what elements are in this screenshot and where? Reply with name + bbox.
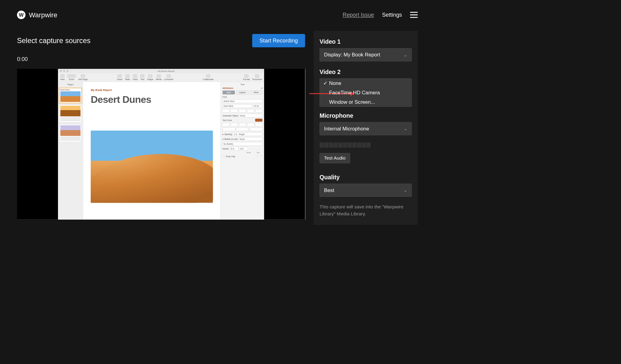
chevron-down-icon: ▾: [261, 87, 263, 89]
save-destination-note: This capture will save into the "Warpwir…: [320, 203, 412, 217]
insp-tab-layout: Layout: [236, 90, 249, 94]
quality-label: Quality: [320, 174, 412, 180]
insp-charstyles-value: None: [239, 114, 262, 117]
inspector-attribution: Attribution: [222, 87, 233, 89]
format-inspector: Text Attribution ▾ Style Layout More Fon…: [221, 82, 264, 220]
start-recording-button[interactable]: Start Recording: [252, 34, 305, 47]
chevron-down-icon: ⌄: [404, 188, 407, 193]
insp-spacing-label: Spacing: [224, 133, 232, 135]
brand-name: Warpwire: [29, 11, 57, 19]
insp-font-size: 22 pt: [253, 104, 263, 108]
doc-title: Desert Dunes: [91, 94, 213, 105]
insp-tab-style: Style: [222, 90, 235, 94]
sidebar-label: Pages: [59, 83, 81, 86]
inspector-title: Text: [222, 83, 263, 86]
quality-value: Best: [324, 187, 334, 193]
doc-hero-image: [91, 131, 213, 203]
microphone-value: Internal Microphone: [324, 126, 369, 132]
video2-option-window[interactable]: Window or Screen...: [320, 97, 412, 107]
video2-option-none[interactable]: None: [320, 79, 412, 88]
brand-logo-mark: W: [17, 11, 25, 19]
window-minimize-icon: [63, 70, 65, 72]
tool-view: View: [60, 78, 65, 81]
capture-settings-panel: Video 1 Display: My Book Report ⌄ Video …: [314, 31, 418, 225]
insp-font-weight: Demi Bold: [222, 104, 252, 108]
insp-charstyles-label: Character Styles: [222, 114, 238, 117]
tool-collaborate: Collaborate: [203, 78, 214, 81]
video2-options[interactable]: None FaceTime HD Camera Window or Screen…: [320, 78, 412, 107]
insp-bullets-value: None: [239, 137, 263, 141]
tool-shape: Shape: [147, 78, 153, 81]
video2-option-facetime[interactable]: FaceTime HD Camera: [320, 88, 412, 97]
microphone-label: Microphone: [320, 112, 412, 119]
tool-add-page: Add Page: [78, 78, 88, 81]
insp-indent-label: Indent:: [222, 148, 229, 150]
video1-value: Display: My Book Report: [324, 52, 380, 58]
quality-dropdown[interactable]: Best ⌄: [320, 184, 412, 197]
insp-dropcap-style: [256, 156, 263, 157]
page-thumb-3: [59, 124, 81, 142]
doc-kicker: My Book Report: [91, 88, 213, 92]
tool-zoom: Zoom: [69, 78, 74, 81]
video1-label: Video 1: [320, 39, 412, 45]
insp-nobullets: No Bullets: [222, 142, 263, 146]
document-canvas: My Book Report Desert Dunes: [83, 82, 221, 220]
settings-link[interactable]: Settings: [382, 12, 402, 18]
insp-dropcap-label: Drop Cap: [226, 155, 235, 158]
audio-level-meter: [320, 143, 412, 148]
video1-dropdown[interactable]: Display: My Book Report ⌄: [320, 48, 412, 61]
insp-align-buttons: [222, 123, 263, 126]
tool-document: Document: [252, 78, 262, 81]
window-zoom-icon: [66, 70, 69, 72]
report-issue-link[interactable]: Report Issue: [343, 12, 374, 18]
tool-format: Format: [243, 78, 250, 81]
microphone-dropdown[interactable]: Internal Microphone ⌄: [320, 122, 412, 135]
video2-label: Video 2: [320, 69, 412, 75]
insp-bullets-label: Bullets & Lists: [224, 138, 238, 140]
insp-textcolor-label: Text Color: [222, 119, 232, 121]
tool-chart: Chart: [133, 78, 138, 81]
capture-preview: My Book Report View Zoom Add Page Insert…: [17, 69, 305, 220]
tool-comment: Comment: [164, 78, 173, 81]
page-thumb-2: [59, 105, 81, 123]
insp-tab-more: More: [250, 90, 262, 94]
window-title: My Book Report: [158, 70, 175, 72]
insp-font-label: Font: [222, 96, 263, 98]
chevron-down-icon: ⌄: [404, 52, 407, 57]
insp-dropcap-check: [222, 155, 225, 158]
chevron-down-icon: ⌄: [404, 126, 407, 131]
window-close-icon: [60, 70, 62, 72]
tool-text: Text: [141, 78, 144, 81]
pages-sidebar: Pages Desert Dunes: [58, 82, 83, 220]
test-audio-button[interactable]: Test Audio: [320, 153, 350, 163]
tool-table: Table: [125, 78, 130, 81]
insp-indent-text: 0 in: [239, 147, 248, 150]
recording-timer: 0:00: [17, 56, 305, 62]
tool-insert: Insert: [117, 78, 123, 81]
insp-indent-bullet: 0 in: [230, 147, 238, 150]
captured-window: My Book Report View Zoom Add Page Insert…: [58, 69, 264, 220]
insp-indent-buttons: [222, 128, 263, 131]
page-title: Select capture sources: [17, 36, 90, 45]
insp-style-buttons: [222, 109, 263, 113]
insp-spacing-value: 1.0 - Single: [233, 132, 262, 136]
insp-font-family: Avenir Next: [222, 99, 263, 103]
page-thumb-1: Desert Dunes: [59, 88, 81, 103]
brand-logo: W Warpwire: [17, 11, 57, 19]
menu-icon[interactable]: [410, 12, 418, 18]
insp-textcolor-swatch: [255, 119, 263, 122]
app-toolbar: View Zoom Add Page Insert Table Chart Te…: [58, 73, 264, 82]
tool-media: Media: [156, 78, 161, 81]
